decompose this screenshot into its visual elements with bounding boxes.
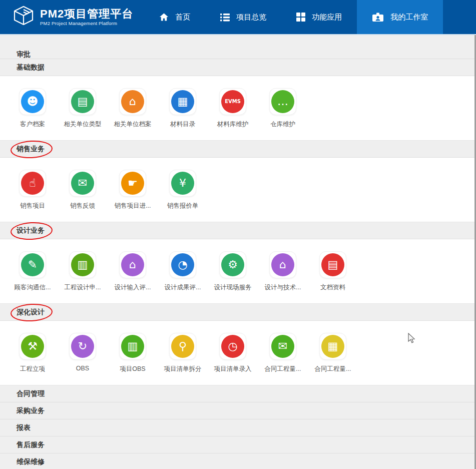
app-tile: ¥ (169, 170, 196, 197)
app-label: 设计输入评... (115, 283, 151, 292)
app-label: 工程立项 (20, 365, 45, 373)
app-glyph: ▥ (78, 259, 88, 270)
app-glyph: EVMS (225, 99, 241, 104)
app-item[interactable]: ¥销售报价单 (158, 170, 208, 222)
section-header-5[interactable]: 合同管理 (0, 385, 476, 402)
app-glyph: ◔ (178, 259, 187, 270)
app-label: 客户档案 (20, 120, 45, 129)
app-item[interactable]: EVMS材料库维护 (208, 88, 258, 140)
related-unit-type-icon: ▤ (71, 90, 94, 113)
app-label: 销售项目 (20, 202, 45, 210)
app-tile: ▤ (69, 88, 96, 115)
app-tile: ☻ (19, 88, 46, 115)
app-item[interactable]: ▤文档资料 (308, 251, 358, 303)
app-label: 工程设计申... (65, 283, 101, 292)
app-item[interactable]: ☝销售项目 (8, 170, 58, 222)
project-initiation-icon: ⚒ (21, 335, 44, 358)
project-list-entry-icon: ◷ (221, 335, 244, 358)
app-item[interactable]: ▥项目OBS (108, 333, 158, 385)
app-glyph: ☝ (29, 178, 36, 189)
app-item[interactable]: ◷项目清单录入 (208, 333, 258, 385)
app-label: 项目清单录入 (214, 365, 252, 373)
obs-icon: ↻ (71, 335, 94, 358)
design-input-review-icon: ⌂ (121, 253, 144, 276)
app-label: 材料目录 (170, 120, 195, 129)
app-item[interactable]: ✎顾客沟通信... (8, 251, 58, 303)
app-label: OBS (76, 365, 89, 372)
app-label: 设计与技术... (265, 283, 301, 292)
app-label: 相关单位档案 (114, 120, 152, 129)
section-header-9[interactable]: 维保维修 (0, 453, 476, 469)
nav-item-2[interactable]: 功能应用 (281, 0, 357, 34)
section-panel-3: ✎顾客沟通信...▥工程设计申...⌂设计输入评...◔设计成果评...⚙设计现… (0, 239, 476, 304)
design-result-review-icon: ◔ (171, 253, 194, 276)
app-item[interactable]: ▦合同工程量... (308, 333, 358, 385)
app-glyph: ✎ (28, 259, 37, 270)
nav-item-0[interactable]: 首页 (144, 0, 205, 34)
app-item[interactable]: ◔设计成果评... (158, 251, 208, 303)
list-icon (220, 13, 230, 22)
app-glyph: ▤ (328, 259, 338, 270)
nav-item-3[interactable]: 我的工作室 (357, 0, 443, 34)
app-label: 合同工程量... (315, 365, 351, 373)
app-item[interactable]: ⌂设计与技术... (258, 251, 308, 303)
app-item[interactable]: ⚲项目清单拆分 (158, 333, 208, 385)
section-header-8[interactable]: 售后服务 (0, 436, 476, 453)
section-header-0[interactable]: 审批 (0, 35, 476, 59)
contract-quantity-gold-icon: ▦ (321, 335, 344, 358)
section-title: 售后服务 (17, 440, 45, 448)
app-item[interactable]: ▥工程设计申... (58, 251, 108, 303)
app-glyph: ⚒ (28, 341, 38, 352)
app-tile: ◔ (169, 251, 196, 278)
app-tile: ⌂ (119, 251, 146, 278)
section-header-1[interactable]: 基础数据 (0, 59, 476, 76)
section-header-4[interactable]: 深化设计 (0, 304, 476, 321)
app-item[interactable]: ☛销售项目进... (108, 170, 158, 222)
app-glyph: … (277, 96, 288, 107)
app-item[interactable]: ⌂设计输入评... (108, 251, 158, 303)
section-header-2[interactable]: 销售业务 (0, 141, 476, 158)
app-item[interactable]: ☻客户档案 (8, 88, 58, 140)
grid-icon (296, 13, 305, 22)
app-label: 合同工程量... (265, 365, 301, 373)
section-title: 销售业务 (17, 145, 45, 153)
workspace-sections: 审批基础数据☻客户档案▤相关单位类型⌂相关单位档案▦材料目录EVMS材料库维护…… (0, 35, 476, 469)
app-item[interactable]: ▤相关单位类型 (58, 88, 108, 140)
app-glyph: ▦ (328, 341, 338, 352)
material-catalog-icon: ▦ (171, 90, 194, 113)
app-item[interactable]: ▦材料目录 (158, 88, 208, 140)
app-item[interactable]: ✉销售反馈 (58, 170, 108, 222)
app-tile: ↻ (69, 333, 96, 360)
project-list-split-icon: ⚲ (171, 335, 194, 358)
sales-project-icon: ☝ (21, 172, 44, 195)
app-glyph: ✉ (78, 178, 87, 189)
project-obs-icon: ▥ (121, 335, 144, 358)
section-title: 采购业务 (17, 406, 45, 414)
app-item[interactable]: …仓库维护 (258, 88, 308, 140)
app-item[interactable]: ⚒工程立项 (8, 333, 58, 385)
section-title: 深化设计 (17, 308, 45, 316)
app-label: 设计成果评... (165, 283, 201, 292)
app-tile: ✉ (69, 170, 96, 197)
app-tile: ◷ (219, 333, 246, 360)
section-header-6[interactable]: 采购业务 (0, 402, 476, 419)
app-item[interactable]: ✉合同工程量... (258, 333, 308, 385)
app-item[interactable]: ⌂相关单位档案 (108, 88, 158, 140)
app-item[interactable]: ⚙设计现场服务 (208, 251, 258, 303)
app-logo[interactable]: PM2项目管理平台 PM2 Project Management Platfor… (0, 0, 133, 34)
app-tile: ▤ (319, 251, 346, 278)
app-glyph: ◷ (228, 341, 237, 352)
section-title: 报表 (17, 423, 31, 431)
nav-item-1[interactable]: 项目总览 (205, 0, 281, 34)
section-header-3[interactable]: 设计业务 (0, 222, 476, 239)
app-tile: EVMS (219, 88, 246, 115)
app-label: 销售项目进... (115, 202, 151, 210)
section-header-7[interactable]: 报表 (0, 419, 476, 436)
app-subtitle: PM2 Project Management Platform (40, 21, 133, 26)
nav-item-label: 首页 (175, 13, 190, 22)
app-glyph: ▤ (78, 96, 88, 107)
app-item[interactable]: ↻OBS (58, 333, 108, 385)
sales-feedback-icon: ✉ (71, 172, 94, 195)
home-icon (159, 13, 169, 22)
warehouse-maintain-icon: … (271, 90, 294, 113)
